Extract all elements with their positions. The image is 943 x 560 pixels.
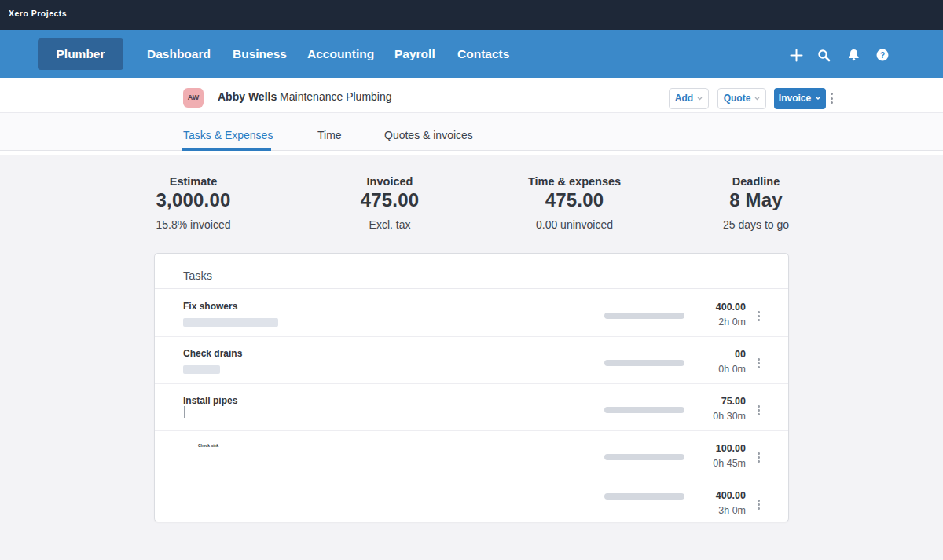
svg-text:?: ? xyxy=(880,51,885,60)
